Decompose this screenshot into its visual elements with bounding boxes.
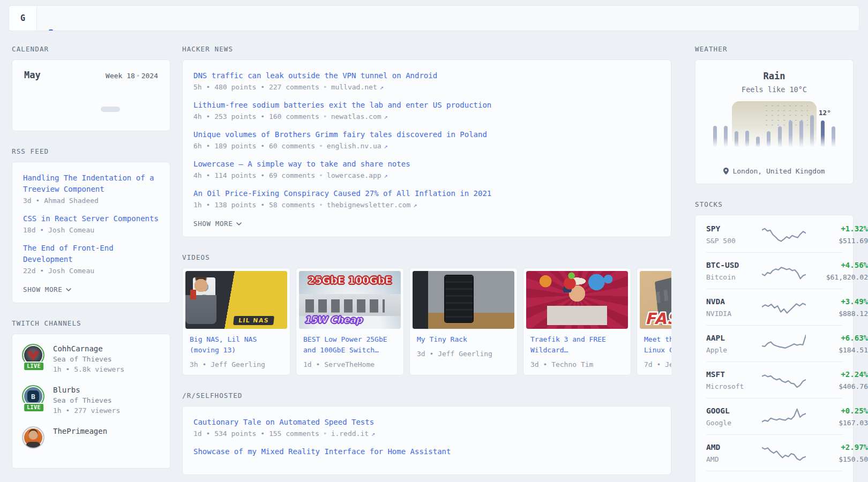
twitch-channel-row[interactable]: ThePrimeagen: [22, 426, 160, 449]
stock-values: +1.32% $511.69: [806, 223, 868, 245]
news-item-domain[interactable]: newatlas.com: [331, 112, 381, 120]
video-thumbnail[interactable]: 25GbE 100GbE 15W Cheap: [299, 271, 401, 329]
stock-row[interactable]: AAPL Apple +6.63% $184.51: [706, 325, 842, 362]
sparkline: [762, 223, 806, 246]
twitch-channel-info: CohhCarnage Sea of Thieves 1h • 5.8k vie…: [53, 344, 124, 373]
calendar-day: [24, 107, 43, 112]
stock-symbol: MSFT: [706, 369, 762, 380]
video-meta: 3d • Techno Tim: [530, 360, 624, 368]
stock-row[interactable]: AMD AMD +2.97% $150.50: [706, 434, 842, 471]
twitch-avatar-wrap: LIVE: [22, 344, 46, 366]
weather-card: Rain Feels like 10°C 12° London: [695, 59, 854, 184]
calendar-section-title: CALENDAR: [12, 45, 170, 53]
news-item: Unique volumes of Brothers Grimm fairy t…: [193, 129, 660, 150]
video-title[interactable]: Big NAS, Lil NAS (moving 13): [190, 334, 283, 356]
videos-row: LIL NAS Big NAS, Lil NAS (moving 13) 3h …: [182, 268, 671, 375]
stock-values: +0.25% $167.03: [806, 405, 868, 427]
video-title[interactable]: My Tiny Rack: [417, 334, 510, 345]
weather-bar: [713, 126, 717, 147]
page-tab[interactable]: [107, 6, 111, 31]
video-card[interactable]: My Tiny Rack 3d • Jeff Geerling: [409, 268, 518, 375]
news-item-domain[interactable]: mullvad.net: [331, 83, 377, 91]
reddit-item: Cautionary Tale on Automated Speed Tests…: [193, 417, 660, 438]
news-item-stats: 6h • 189 points • 60 comments: [193, 142, 315, 150]
video-title[interactable]: Traefik 3 and FREE Wildcard…: [530, 334, 624, 356]
video-title[interactable]: Meet the new Linux Cluster…: [644, 334, 671, 356]
news-item-domain[interactable]: thebignewsletter.com: [327, 201, 411, 209]
week-number: Week 18: [106, 72, 135, 80]
stock-row[interactable]: SPY S&P 500 +1.32% $511.69: [706, 216, 842, 252]
stock-values: +2.24% $406.76: [806, 369, 868, 391]
external-link-icon: ↗: [413, 201, 417, 209]
stock-row[interactable]: GOOGL Google +0.25% $167.03: [706, 398, 842, 434]
daylight-region: [732, 101, 816, 147]
stock-row[interactable]: MSFT Microsoft +2.24% $406.76: [706, 362, 842, 398]
news-item-meta: 6h • 189 points • 60 comments • english.…: [193, 142, 660, 150]
stock-row[interactable]: NVDA NVIDIA +3.49% $888.12: [706, 289, 842, 325]
stock-name: AMD: [706, 455, 762, 464]
rss-item-title[interactable]: The End of Front-End Development: [23, 243, 159, 265]
rss-item-title[interactable]: Handling The Indentation of a Treeview C…: [23, 172, 159, 195]
video-card[interactable]: LIL NAS Big NAS, Lil NAS (moving 13) 3h …: [182, 268, 290, 375]
news-item-domain[interactable]: english.nv.ua: [327, 142, 381, 150]
app-logo[interactable]: G: [9, 6, 37, 31]
video-card[interactable]: 25GbE 100GbE 15W Cheap BEST Low Power 25…: [296, 268, 404, 375]
reddit-item-title[interactable]: Showcase of my Mixed Reality Interface f…: [193, 446, 660, 457]
separator-dot: •: [319, 430, 331, 438]
news-item-meta: 5h • 480 points • 227 comments • mullvad…: [193, 83, 660, 91]
news-item-title[interactable]: An Oil Price-Fixing Conspiracy Caused 27…: [193, 188, 660, 199]
page-tab[interactable]: [87, 6, 92, 31]
news-item-domain[interactable]: lowercase.app: [327, 171, 381, 179]
hackernews-show-more-button[interactable]: SHOW MORE: [193, 220, 242, 228]
weekday-label: [62, 89, 81, 92]
dashboard-page: G CALENDAR May Week 18•2024: [0, 0, 868, 482]
video-thumbnail[interactable]: FAST: [640, 271, 671, 329]
news-item-meta: 4h • 253 points • 160 comments • newatla…: [193, 112, 660, 120]
weather-bar: [767, 131, 770, 147]
calendar-day: [81, 96, 101, 102]
rss-item-title[interactable]: CSS in React Server Components: [23, 213, 159, 224]
news-item-title[interactable]: DNS traffic can leak outside the VPN tun…: [193, 70, 660, 81]
page-tab[interactable]: [49, 6, 53, 31]
reddit-item-domain[interactable]: i.redd.it: [331, 430, 369, 438]
video-thumbnail[interactable]: LIL NAS: [185, 271, 287, 329]
twitch-channel-row[interactable]: LIVE CohhCarnage Sea of Thieves 1h • 5.8…: [22, 344, 160, 373]
twitch-channel-info: Blurbs Sea of Thieves 1h • 277 viewers: [53, 385, 120, 415]
video-title[interactable]: BEST Low Power 25GbE and 100GbE Switch…: [303, 334, 396, 356]
rss-section-title: RSS FEED: [12, 147, 170, 155]
stock-change: +1.32%: [806, 223, 868, 234]
middle-column: HACKER NEWS DNS traffic can leak outside…: [182, 45, 671, 482]
calendar-month-label: May: [24, 70, 41, 80]
videos-section-title: VIDEOS: [182, 253, 671, 261]
news-item-title[interactable]: Unique volumes of Brothers Grimm fairy t…: [193, 129, 660, 140]
stock-id: BTC-USD Bitcoin: [706, 260, 762, 282]
news-item-title[interactable]: Lithium-free sodium batteries exit the l…: [193, 100, 660, 111]
video-card[interactable]: FAST Meet the new Linux Cluster… 7d • Je…: [637, 268, 671, 375]
video-thumbnail[interactable]: [526, 271, 628, 329]
rss-card: Handling The Indentation of a Treeview C…: [12, 162, 170, 303]
separator-dot: •: [135, 72, 141, 80]
rss-show-more-button[interactable]: SHOW MORE: [23, 285, 71, 293]
twitch-channel-name: Blurbs: [53, 386, 120, 394]
stock-row[interactable]: BTC-USD Bitcoin +4.56% $61,820.02: [706, 252, 842, 289]
weather-location-text: London, United Kingdom: [732, 167, 825, 175]
reddit-item-title[interactable]: Cautionary Tale on Automated Speed Tests: [193, 417, 660, 428]
weather-section: WEATHER Rain Feels like 10°C 12°: [695, 45, 854, 184]
news-item-title[interactable]: Lowercase – A simple way to take and sha…: [193, 159, 660, 170]
videos-section: VIDEOS LIL NAS Big NAS, Lil NAS (moving …: [182, 253, 671, 375]
weekday-label: [43, 89, 63, 92]
news-item-stats: 1h • 138 points • 58 comments: [193, 201, 315, 209]
calendar-day: [101, 96, 120, 102]
weather-chart: 12°: [709, 103, 839, 147]
video-thumbnail[interactable]: [413, 271, 514, 329]
video-card[interactable]: Traefik 3 and FREE Wildcard… 3d • Techno…: [523, 268, 631, 375]
calendar-day: [139, 96, 158, 102]
page-tab[interactable]: [68, 6, 72, 31]
stock-price: $888.12: [806, 309, 868, 318]
stock-row[interactable]: RDDT -1.59%: [706, 471, 842, 482]
weather-bar: [735, 131, 738, 147]
separator-dot: •: [319, 83, 331, 91]
stock-values: +4.56% $61,820.02: [806, 260, 868, 282]
thumbnail-text: 15W Cheap: [304, 314, 362, 325]
twitch-channel-row[interactable]: B LIVE Blurbs Sea of Thieves 1h • 277 vi…: [22, 385, 160, 415]
